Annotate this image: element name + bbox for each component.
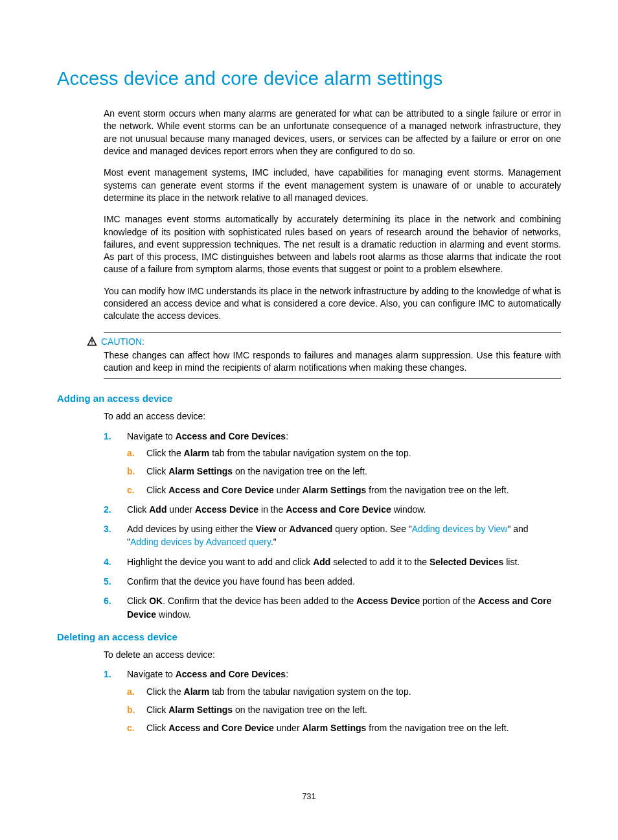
step-number: 1. [104, 668, 111, 681]
step-text: Click OK. Confirm that the device has be… [127, 596, 551, 619]
section-heading-delete: Deleting an access device [57, 631, 561, 642]
section-intro: To add an access device: [104, 410, 561, 423]
list-item: a. Click the Alarm tab from the tabular … [127, 685, 561, 698]
step-text: Click Add under Access Device in the Acc… [127, 504, 426, 515]
list-item: 1. Navigate to Access and Core Devices: … [104, 430, 561, 496]
step-number: 3. [104, 522, 111, 535]
substep-text: Click the Alarm tab from the tabular nav… [146, 686, 411, 697]
substep-letter: c. [127, 721, 135, 734]
substep-letter: b. [127, 703, 135, 716]
substep-letter: b. [127, 465, 135, 478]
substep-text: Click Alarm Settings on the navigation t… [146, 466, 367, 476]
substep-text: Click Access and Core Device under Alarm… [146, 723, 509, 733]
substep-text: Click Access and Core Device under Alarm… [146, 485, 509, 495]
step-number: 2. [104, 503, 111, 516]
link-adding-by-advanced[interactable]: Adding devices by Advanced query [130, 537, 271, 547]
caution-block: CAUTION: These changes can affect how IM… [104, 332, 561, 379]
step-text: Add devices by using either the View or … [127, 524, 529, 547]
paragraph: Most event management systems, IMC inclu… [104, 167, 561, 204]
paragraph: An event storm occurs when many alarms a… [104, 108, 561, 158]
step-number: 4. [104, 555, 111, 568]
list-item: 3. Add devices by using either the View … [104, 522, 561, 549]
document-page: Access device and core device alarm sett… [0, 0, 618, 840]
step-text: Navigate to Access and Core Devices: [127, 669, 288, 679]
list-item: a. Click the Alarm tab from the tabular … [127, 447, 561, 460]
sub-steps: a. Click the Alarm tab from the tabular … [127, 685, 561, 735]
substep-text: Click Alarm Settings on the navigation t… [146, 705, 367, 715]
substep-letter: a. [127, 447, 135, 460]
step-text: Confirm that the device you have found h… [127, 576, 355, 587]
paragraph: You can modify how IMC understands its p… [104, 285, 561, 323]
list-item: 5. Confirm that the device you have foun… [104, 575, 561, 588]
substep-letter: a. [127, 685, 135, 698]
substep-text: Click the Alarm tab from the tabular nav… [146, 448, 411, 458]
list-item: 1. Navigate to Access and Core Devices: … [104, 668, 561, 734]
list-item: 2. Click Add under Access Device in the … [104, 503, 561, 516]
section-intro: To delete an access device: [104, 649, 561, 661]
intro-paragraphs: An event storm occurs when many alarms a… [104, 108, 561, 323]
page-title: Access device and core device alarm sett… [57, 68, 561, 89]
svg-point-1 [91, 343, 93, 344]
delete-steps-list: 1. Navigate to Access and Core Devices: … [104, 668, 561, 734]
caution-icon [87, 336, 97, 347]
caution-label: CAUTION: [101, 336, 144, 347]
paragraph: IMC manages event storms automatically b… [104, 213, 561, 276]
list-item: c. Click Access and Core Device under Al… [127, 721, 561, 734]
caution-text: These changes can affect how IMC respond… [104, 349, 561, 375]
page-number: 731 [0, 791, 618, 801]
list-item: b. Click Alarm Settings on the navigatio… [127, 465, 561, 478]
link-adding-by-view[interactable]: Adding devices by View [412, 524, 508, 534]
section-heading-add: Adding an access device [57, 393, 561, 404]
step-number: 1. [104, 430, 111, 443]
step-number: 6. [104, 594, 111, 607]
step-text: Navigate to Access and Core Devices: [127, 431, 288, 441]
step-number: 5. [104, 575, 111, 588]
list-item: b. Click Alarm Settings on the navigatio… [127, 703, 561, 716]
add-steps-list: 1. Navigate to Access and Core Devices: … [104, 430, 561, 621]
list-item: 4. Highlight the device you want to add … [104, 555, 561, 568]
list-item: c. Click Access and Core Device under Al… [127, 484, 561, 496]
sub-steps: a. Click the Alarm tab from the tabular … [127, 447, 561, 496]
list-item: 6. Click OK. Confirm that the device has… [104, 594, 561, 621]
step-text: Highlight the device you want to add and… [127, 557, 520, 567]
substep-letter: c. [127, 484, 135, 496]
